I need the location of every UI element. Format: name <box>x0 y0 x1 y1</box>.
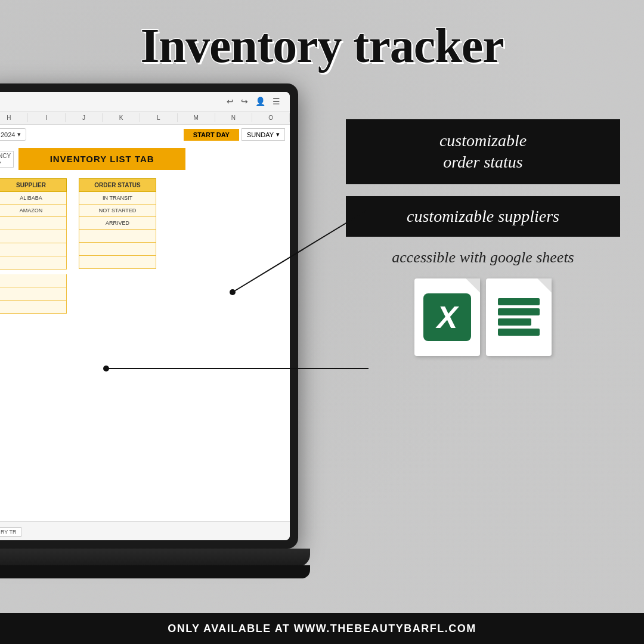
laptop: ↩ ↪ 👤 ☰ H I J K L M N O 2024 ▾ <box>0 83 316 602</box>
bottom-tabs-bar: RY TR <box>0 521 290 540</box>
sunday-dropdown[interactable]: SUNDAY ▾ <box>242 128 285 141</box>
laptop-frame: ↩ ↪ 👤 ☰ H I J K L M N O 2024 ▾ <box>0 83 298 549</box>
table-area: SUPPLIER ALIBABA AMAZON ORDER STATUS IN … <box>0 174 290 274</box>
supplier-row-empty-1 <box>0 217 67 230</box>
col-I: I <box>28 113 66 122</box>
start-day-button[interactable]: START DAY <box>184 129 239 141</box>
sheets-bar-2 <box>498 308 540 315</box>
extra-row-2 <box>0 287 67 301</box>
order-row-empty-3 <box>79 256 156 269</box>
col-M: M <box>178 113 215 122</box>
sheets-icon <box>486 278 552 356</box>
laptop-base-bottom <box>0 565 310 578</box>
order-status-header: ORDER STATUS <box>79 178 156 192</box>
footer-bar: ONLY AVAILABLE AT WWW.THEBEAUTYBARFL.COM <box>0 613 644 644</box>
order-row-arrived: ARRIVED <box>79 217 156 230</box>
excel-icon: X <box>414 278 480 356</box>
extra-row-3 <box>0 301 67 314</box>
add-user-icon: 👤 <box>255 97 265 106</box>
laptop-screen: ↩ ↪ 👤 ☰ H I J K L M N O 2024 ▾ <box>0 92 290 540</box>
inventory-list-tab-button[interactable]: INVENTORY LIST TAB <box>18 148 185 170</box>
page-title: Inventory tracker <box>0 18 644 74</box>
sheets-bar-4 <box>498 329 540 336</box>
bottom-tab-ryt[interactable]: RY TR <box>0 527 22 537</box>
col-L: L <box>140 113 178 122</box>
order-status-line1: customizable <box>439 131 527 150</box>
supplier-row-empty-4 <box>0 256 67 270</box>
column-headers: H I J K L M N O <box>0 112 290 125</box>
col-H: H <box>0 113 28 122</box>
order-status-line2: order status <box>443 153 523 171</box>
inventory-tab-row: NCY▾ INVENTORY LIST TAB <box>0 144 290 174</box>
order-status-feature-box: customizable order status <box>346 119 620 184</box>
google-sheets-text: accessible with google sheets <box>346 249 620 267</box>
order-row-empty-1 <box>79 230 156 243</box>
menu-icon: ☰ <box>273 97 280 106</box>
supplier-row-empty-3 <box>0 243 67 256</box>
supplier-row-alibaba: ALIBABA <box>0 192 67 205</box>
laptop-base <box>0 549 310 566</box>
supplier-table: SUPPLIER ALIBABA AMAZON <box>0 178 67 270</box>
order-row-not-started: NOT STARTED <box>79 205 156 217</box>
right-panel: customizable order status customizable s… <box>346 119 620 356</box>
supplier-row-empty-2 <box>0 230 67 243</box>
col-J: J <box>66 113 103 122</box>
footer-text: ONLY AVAILABLE AT WWW.THEBEAUTYBARFL.COM <box>168 623 476 635</box>
suppliers-label: customizable suppliers <box>407 207 559 225</box>
col-O: O <box>252 113 290 122</box>
extra-row-1 <box>0 274 67 287</box>
order-status-table: ORDER STATUS IN TRANSIT NOT STARTED ARRI… <box>79 178 156 270</box>
year-dropdown-arrow: ▾ <box>17 131 21 138</box>
sunday-value: SUNDAY <box>247 131 274 138</box>
supplier-row-amazon: AMAZON <box>0 205 67 217</box>
year-value: 2024 <box>1 131 15 138</box>
col-N: N <box>215 113 253 122</box>
order-row-in-transit: IN TRANSIT <box>79 192 156 205</box>
sunday-dropdown-arrow: ▾ <box>276 131 280 138</box>
excel-x-letter: X <box>423 293 471 341</box>
suppliers-feature-box: customizable suppliers <box>346 196 620 237</box>
sheets-bar-1 <box>498 298 540 305</box>
order-row-empty-2 <box>79 243 156 256</box>
controls-row: 2024 ▾ START DAY SUNDAY ▾ <box>0 125 290 144</box>
col-K: K <box>103 113 140 122</box>
redo-icon: ↪ <box>241 97 248 106</box>
sheets-bar-3 <box>498 318 531 326</box>
screen-toolbar: ↩ ↪ 👤 ☰ <box>0 92 290 112</box>
year-dropdown[interactable]: 2024 ▾ <box>0 128 26 141</box>
app-icons-row: X <box>346 278 620 356</box>
undo-icon: ↩ <box>227 97 234 106</box>
supplier-header: SUPPLIER <box>0 178 67 192</box>
